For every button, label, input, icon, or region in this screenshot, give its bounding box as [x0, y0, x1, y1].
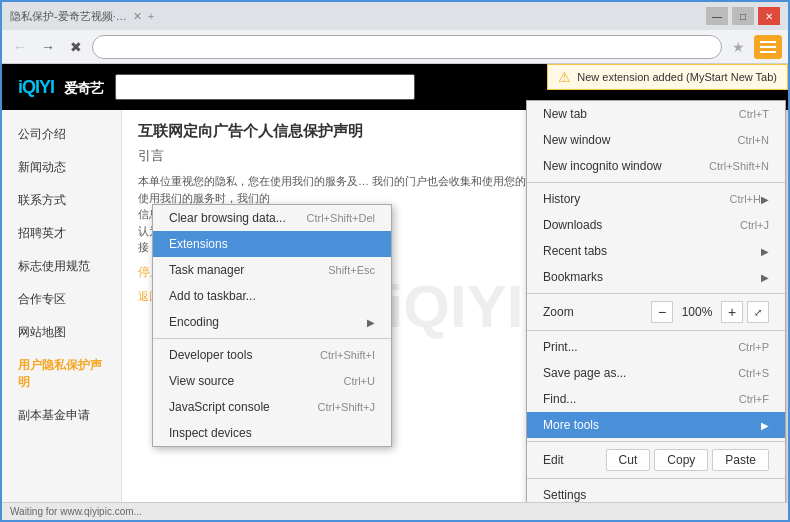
- window-controls: — □ ✕: [706, 7, 780, 25]
- cut-button[interactable]: Cut: [606, 449, 651, 471]
- menu-separator-r1: [527, 182, 785, 183]
- menu-item-find[interactable]: Find... Ctrl+F: [527, 386, 785, 412]
- title-bar: 隐私保护-爱奇艺视频·… ✕ + — □ ✕: [2, 2, 788, 30]
- more-tools-submenu: Clear browsing data... Ctrl+Shift+Del Ex…: [152, 204, 392, 447]
- menu-item-devtools[interactable]: Developer tools Ctrl+Shift+I: [153, 342, 391, 368]
- menu-separator-1: [153, 338, 391, 339]
- menu-separator-r2: [527, 293, 785, 294]
- tab-title: 隐私保护-爱奇艺视频·…: [10, 9, 127, 24]
- close-button[interactable]: ✕: [758, 7, 780, 25]
- menu-separator-r4: [527, 441, 785, 442]
- tab-close-x[interactable]: ✕: [133, 10, 142, 23]
- edit-row: Edit Cut Copy Paste: [527, 445, 785, 475]
- menu-item-settings[interactable]: Settings: [527, 482, 785, 502]
- notification-icon: ⚠: [558, 69, 571, 85]
- zoom-row: Zoom − 100% + ⤢: [527, 297, 785, 327]
- back-button[interactable]: ←: [8, 35, 32, 59]
- maximize-button[interactable]: □: [732, 7, 754, 25]
- minimize-button[interactable]: —: [706, 7, 728, 25]
- zoom-label: Zoom: [543, 305, 647, 319]
- chrome-menu-button[interactable]: [754, 35, 782, 59]
- status-bar: Waiting for www.qiyipic.com...: [2, 502, 788, 520]
- chrome-main-menu: New tab Ctrl+T New window Ctrl+N New inc…: [526, 100, 786, 502]
- menu-item-extensions[interactable]: Extensions: [153, 231, 391, 257]
- menu-item-history[interactable]: History Ctrl+H ▶: [527, 186, 785, 212]
- context-menu-overlay: ⚠ New extension added (MyStart New Tab) …: [2, 64, 788, 502]
- menu-item-jsconsole[interactable]: JavaScript console Ctrl+Shift+J: [153, 394, 391, 420]
- menu-separator-r3: [527, 330, 785, 331]
- menu-item-recent-tabs[interactable]: Recent tabs ▶: [527, 238, 785, 264]
- nav-bar: ← → ✖ ★: [2, 30, 788, 64]
- notification-text: New extension added (MyStart New Tab): [577, 71, 777, 83]
- new-tab-plus[interactable]: +: [148, 10, 154, 22]
- menu-item-clear-browsing[interactable]: Clear browsing data... Ctrl+Shift+Del: [153, 205, 391, 231]
- edit-label: Edit: [543, 453, 602, 467]
- menu-item-new-incognito[interactable]: New incognito window Ctrl+Shift+N: [527, 153, 785, 179]
- menu-item-print[interactable]: Print... Ctrl+P: [527, 334, 785, 360]
- menu-item-new-window[interactable]: New window Ctrl+N: [527, 127, 785, 153]
- copy-button[interactable]: Copy: [654, 449, 708, 471]
- hamburger-icon: [760, 41, 776, 53]
- bookmark-star[interactable]: ★: [726, 35, 750, 59]
- menu-item-add-taskbar[interactable]: Add to taskbar...: [153, 283, 391, 309]
- reload-button[interactable]: ✖: [64, 35, 88, 59]
- address-bar[interactable]: [92, 35, 722, 59]
- menu-item-encoding[interactable]: Encoding ▶: [153, 309, 391, 335]
- paste-button[interactable]: Paste: [712, 449, 769, 471]
- menu-item-inspect-devices[interactable]: Inspect devices: [153, 420, 391, 446]
- menu-item-viewsource[interactable]: View source Ctrl+U: [153, 368, 391, 394]
- menu-item-save-page[interactable]: Save page as... Ctrl+S: [527, 360, 785, 386]
- zoom-expand-button[interactable]: ⤢: [747, 301, 769, 323]
- browser-frame: 隐私保护-爱奇艺视频·… ✕ + — □ ✕ ← → ✖ ★ iQIYI: [0, 0, 790, 522]
- menu-item-bookmarks[interactable]: Bookmarks ▶: [527, 264, 785, 290]
- menu-item-downloads[interactable]: Downloads Ctrl+J: [527, 212, 785, 238]
- menu-item-more-tools[interactable]: More tools ▶: [527, 412, 785, 438]
- menu-item-task-manager[interactable]: Task manager Shift+Esc: [153, 257, 391, 283]
- zoom-plus-button[interactable]: +: [721, 301, 743, 323]
- menu-separator-r5: [527, 478, 785, 479]
- menu-item-new-tab[interactable]: New tab Ctrl+T: [527, 101, 785, 127]
- forward-button[interactable]: →: [36, 35, 60, 59]
- zoom-minus-button[interactable]: −: [651, 301, 673, 323]
- zoom-value: 100%: [677, 305, 717, 319]
- status-text: Waiting for www.qiyipic.com...: [10, 506, 142, 517]
- page-area: iQIYI 爱奇艺 公司介绍 新闻动态 联系方式 招聘英才 标志使用规范 合作专…: [2, 64, 788, 502]
- notification-banner: ⚠ New extension added (MyStart New Tab): [547, 64, 788, 90]
